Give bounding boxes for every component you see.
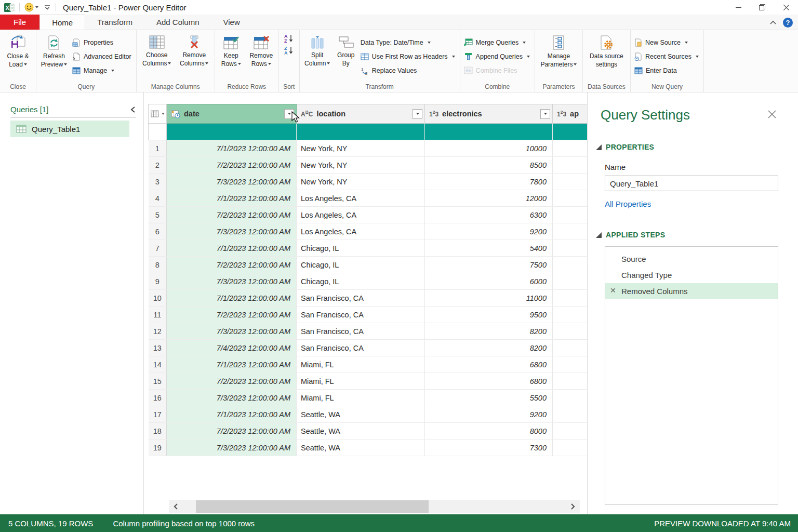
row-number-cell[interactable]: 14 — [149, 356, 167, 373]
date-cell[interactable]: 7/3/2023 12:00:00 AM — [167, 223, 297, 240]
electronics-cell[interactable]: 9200 — [425, 223, 553, 240]
ap-cell[interactable] — [553, 290, 588, 307]
ap-cell[interactable] — [553, 356, 588, 373]
electronics-cell[interactable]: 8200 — [425, 323, 553, 340]
applied-step-item[interactable]: ✕Removed Columns — [605, 283, 778, 299]
split-column-button[interactable]: Split Column — [301, 34, 334, 68]
location-cell[interactable]: Miami, FL — [297, 356, 425, 373]
electronics-cell[interactable]: 6800 — [425, 373, 553, 390]
location-cell[interactable]: Miami, FL — [297, 373, 425, 390]
row-number-cell[interactable]: 3 — [149, 174, 167, 190]
row-number-cell[interactable]: 18 — [149, 423, 167, 440]
recent-sources-button[interactable]: Recent Sources — [632, 49, 702, 63]
replace-values-button[interactable]: 12 Replace Values — [358, 63, 458, 77]
row-number-cell[interactable]: 19 — [149, 440, 167, 456]
scrollbar-thumb[interactable] — [196, 500, 429, 513]
date-cell[interactable]: 7/3/2023 12:00:00 AM — [167, 390, 297, 406]
group-by-button[interactable]: Group By — [334, 34, 358, 68]
ap-cell[interactable] — [553, 307, 588, 323]
date-cell[interactable]: 7/1/2023 12:00:00 AM — [167, 240, 297, 257]
electronics-cell[interactable]: 10000 — [425, 140, 553, 157]
query-name-input[interactable] — [605, 176, 778, 191]
advanced-editor-button[interactable]: Advanced Editor — [70, 49, 135, 63]
row-number-cell[interactable]: 15 — [149, 373, 167, 390]
tab-view[interactable]: View — [211, 15, 252, 30]
row-number-cell[interactable]: 13 — [149, 340, 167, 356]
ap-cell[interactable] — [553, 390, 588, 406]
properties-button[interactable]: Properties — [70, 35, 135, 49]
ap-cell[interactable] — [553, 190, 588, 207]
close-and-load-button[interactable]: Close & Load — [2, 34, 34, 69]
row-number-cell[interactable]: 11 — [149, 307, 167, 323]
ap-cell[interactable] — [553, 207, 588, 223]
date-cell[interactable]: 7/3/2023 12:00:00 AM — [167, 174, 297, 190]
manage-parameters-button[interactable]: Manage Parameters — [538, 34, 579, 69]
tab-file[interactable]: File — [0, 15, 39, 30]
ap-cell[interactable] — [553, 140, 588, 157]
filter-button-location[interactable] — [413, 109, 422, 119]
row-number-cell[interactable]: 5 — [149, 207, 167, 223]
column-header-ap[interactable]: 123 ap — [553, 104, 588, 124]
ap-cell[interactable] — [553, 423, 588, 440]
enter-data-button[interactable]: Enter Data — [632, 63, 702, 77]
collapse-triangle-icon[interactable] — [596, 144, 602, 150]
location-cell[interactable]: Los Angeles, CA — [297, 190, 425, 207]
electronics-cell[interactable]: 8000 — [425, 423, 553, 440]
electronics-cell[interactable]: 7500 — [425, 257, 553, 273]
ap-cell[interactable] — [553, 223, 588, 240]
location-cell[interactable]: New York, NY — [297, 174, 425, 190]
electronics-cell[interactable]: 12000 — [425, 190, 553, 207]
query-list-item-selected[interactable]: Query_Table1 — [10, 121, 129, 137]
location-cell[interactable]: San Francisco, CA — [297, 340, 425, 356]
date-cell[interactable]: 7/4/2023 12:00:00 AM — [167, 340, 297, 356]
row-number-cell[interactable]: 10 — [149, 290, 167, 307]
ap-cell[interactable] — [553, 340, 588, 356]
applied-step-item[interactable]: Changed Type — [605, 267, 778, 283]
quick-access-toolbar-icon[interactable] — [44, 4, 51, 11]
ap-cell[interactable] — [553, 157, 588, 174]
electronics-cell[interactable]: 5500 — [425, 390, 553, 406]
restore-button[interactable] — [750, 0, 774, 15]
electronics-cell[interactable]: 9500 — [425, 307, 553, 323]
row-number-cell[interactable]: 4 — [149, 190, 167, 207]
collapse-triangle-icon[interactable] — [596, 232, 602, 238]
electronics-cell[interactable]: 5400 — [425, 240, 553, 257]
tab-transform[interactable]: Transform — [85, 15, 144, 30]
status-profiling[interactable]: Column profiling based on top 1000 rows — [113, 519, 255, 528]
new-source-button[interactable]: New Source — [632, 35, 702, 49]
close-button[interactable] — [774, 0, 798, 15]
electronics-cell[interactable]: 8200 — [425, 340, 553, 356]
location-cell[interactable]: San Francisco, CA — [297, 290, 425, 307]
date-cell[interactable]: 7/3/2023 12:00:00 AM — [167, 273, 297, 290]
location-cell[interactable]: San Francisco, CA — [297, 323, 425, 340]
collapse-pane-icon[interactable] — [130, 106, 136, 113]
date-cell[interactable]: 7/1/2023 12:00:00 AM — [167, 140, 297, 157]
date-cell[interactable]: 7/2/2023 12:00:00 AM — [167, 207, 297, 223]
ap-cell[interactable] — [553, 240, 588, 257]
electronics-cell[interactable]: 7300 — [425, 440, 553, 456]
append-queries-button[interactable]: Append Queries — [462, 49, 533, 63]
electronics-cell[interactable]: 6300 — [425, 207, 553, 223]
horizontal-scrollbar[interactable] — [169, 500, 580, 513]
sort-descending-icon[interactable]: ZA — [284, 46, 294, 55]
location-cell[interactable]: New York, NY — [297, 157, 425, 174]
delete-step-icon[interactable]: ✕ — [610, 286, 616, 295]
row-number-cell[interactable]: 7 — [149, 240, 167, 257]
ap-cell[interactable] — [553, 440, 588, 456]
column-header-electronics[interactable]: 123 electronics — [425, 104, 553, 124]
minimize-button[interactable] — [726, 0, 750, 15]
keep-rows-button[interactable]: Keep Rows — [217, 34, 246, 68]
ap-cell[interactable] — [553, 273, 588, 290]
row-number-cell[interactable]: 17 — [149, 406, 167, 423]
electronics-cell[interactable]: 6000 — [425, 273, 553, 290]
row-number-cell[interactable]: 1 — [149, 140, 167, 157]
row-number-cell[interactable]: 2 — [149, 157, 167, 174]
ap-cell[interactable] — [553, 406, 588, 423]
choose-columns-button[interactable]: Choose Columns — [138, 34, 176, 68]
date-cell[interactable]: 7/2/2023 12:00:00 AM — [167, 257, 297, 273]
location-cell[interactable]: Miami, FL — [297, 390, 425, 406]
ap-cell[interactable] — [553, 323, 588, 340]
sort-ascending-icon[interactable]: AZ — [284, 34, 294, 43]
date-cell[interactable]: 7/1/2023 12:00:00 AM — [167, 290, 297, 307]
date-cell[interactable]: 7/1/2023 12:00:00 AM — [167, 356, 297, 373]
